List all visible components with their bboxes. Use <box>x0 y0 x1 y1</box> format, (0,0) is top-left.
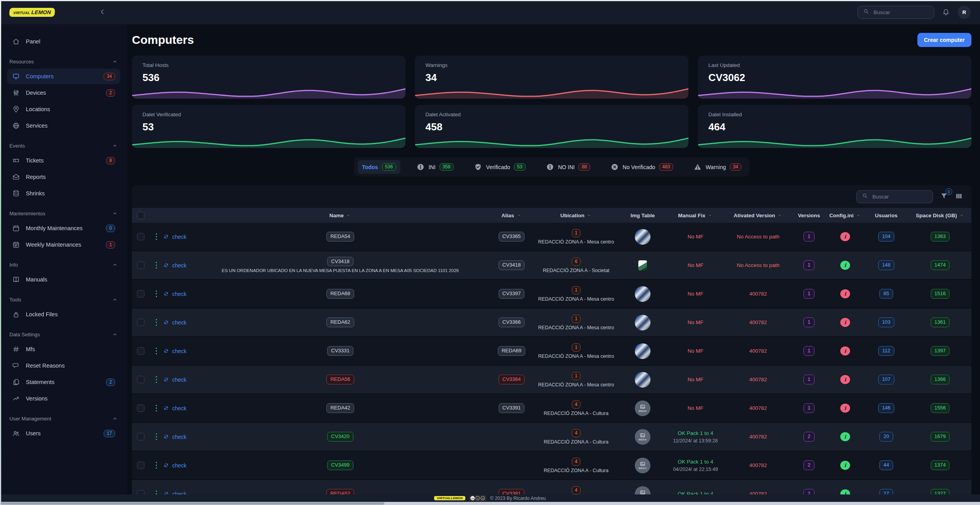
row-check-button[interactable]: check <box>163 348 191 354</box>
sidebar-item-shrinks[interactable]: Shrinks <box>7 186 120 201</box>
filter-ini[interactable]: INI358 <box>412 160 458 174</box>
row-checkbox[interactable] <box>137 462 144 469</box>
sidebar-item-manuals[interactable]: Manuals <box>7 272 120 287</box>
row-check-button[interactable]: check <box>163 462 191 469</box>
row-check-button[interactable]: check <box>163 405 191 411</box>
row-check-button[interactable]: check <box>163 262 191 269</box>
row-config-cell <box>827 232 864 241</box>
row-menu-button[interactable] <box>150 233 163 240</box>
row-ubication-badge: 4 <box>572 400 581 409</box>
config-ini-status-icon[interactable] <box>840 375 850 384</box>
config-ini-status-icon[interactable] <box>840 346 850 355</box>
row-menu-button[interactable] <box>150 433 163 440</box>
row-menu-button[interactable] <box>150 290 163 298</box>
row-usuarios-cell: 103 <box>864 317 909 327</box>
page-title: Computers <box>132 33 194 47</box>
sidebar-item-label: Users <box>26 430 98 436</box>
column-header-manual-fix[interactable]: Manual Fix <box>666 213 725 218</box>
sidebar-item-mfs[interactable]: Mfs <box>7 341 120 357</box>
row-name-cell: REDA42 <box>191 403 490 413</box>
row-check-button[interactable]: check <box>163 234 191 240</box>
row-checkbox[interactable] <box>137 319 144 326</box>
user-avatar[interactable]: R <box>958 6 971 19</box>
column-header-name[interactable]: Name <box>191 213 490 218</box>
row-menu-button[interactable] <box>150 376 163 383</box>
sidebar-item-reports[interactable]: Reports <box>7 169 120 185</box>
filter-verificado[interactable]: Verificado53 <box>470 160 530 174</box>
filter-warning[interactable]: Warning34 <box>689 160 746 174</box>
config-ini-status-icon[interactable] <box>840 461 850 470</box>
config-ini-status-icon[interactable] <box>840 232 850 241</box>
column-header-space-disk-gb[interactable]: Space Disk (GB) <box>909 213 971 218</box>
row-config-cell <box>827 404 864 413</box>
xcircle-icon <box>611 163 619 171</box>
row-usuarios-cell: 44 <box>864 460 909 470</box>
row-checkbox[interactable] <box>137 347 144 355</box>
row-check-button[interactable]: check <box>163 291 191 297</box>
config-ini-status-icon[interactable] <box>840 404 850 413</box>
row-menu-button[interactable] <box>150 262 163 269</box>
config-ini-status-icon[interactable] <box>840 261 850 270</box>
chevron-up-icon <box>112 332 118 337</box>
row-usuarios-badge: 20 <box>879 432 893 441</box>
column-header-ativated-version[interactable]: Ativated Version <box>725 213 791 218</box>
sidebar-collapse-button[interactable] <box>99 8 106 17</box>
sidebar-item-devices[interactable]: Devices2 <box>7 85 120 101</box>
sidebar-item-services[interactable]: Services <box>7 118 120 133</box>
sidebar-item-versions[interactable]: Versions <box>7 391 120 406</box>
global-search-input[interactable] <box>873 9 929 16</box>
columns-button[interactable] <box>955 192 963 201</box>
column-header-label: Alias <box>501 213 514 218</box>
row-ubication-badge: 1 <box>572 286 581 294</box>
sidebar-item-weekly-maintenances[interactable]: Weekly Maintenances1 <box>7 237 120 252</box>
column-header-versions: Versions <box>791 213 827 218</box>
sidebar-item-monthly-maintenances[interactable]: Monthly Maintenances0 <box>7 220 120 236</box>
config-ini-status-icon[interactable] <box>840 289 850 298</box>
table-search-input[interactable] <box>872 193 928 200</box>
monitor-icon <box>12 72 20 80</box>
row-menu-button[interactable] <box>150 405 163 412</box>
sidebar-item-computers[interactable]: Computers34 <box>7 69 120 84</box>
sidebar-item-statements[interactable]: Statements2 <box>7 374 120 390</box>
config-ini-status-icon[interactable] <box>840 432 850 441</box>
row-name-description: ES UN ORDENADOR UBICADO EN LA NUEVA MESA… <box>222 268 459 274</box>
row-checkbox[interactable] <box>137 233 144 240</box>
row-check-button[interactable]: check <box>163 434 191 440</box>
row-check-button[interactable]: check <box>163 377 191 383</box>
column-header-alias[interactable]: Alias <box>490 213 533 218</box>
notifications-button[interactable] <box>942 8 950 17</box>
table-row: checkCV3331REDA691REDACCIÓ ZONA A - Mesa… <box>132 337 971 366</box>
sidebar-item-panel[interactable]: Panel <box>7 34 120 49</box>
row-manual-fix-cell: No MF <box>666 234 725 240</box>
warning-icon <box>694 163 702 171</box>
table-row: checkCV34994REDACCIÓ ZONA A - CulturaMED… <box>132 451 971 480</box>
sidebar-item-reset-reasons[interactable]: Reset Reasons <box>7 358 120 373</box>
create-computer-button[interactable]: Crear computer <box>917 33 971 47</box>
filter-no-verificado[interactable]: No Verificado483 <box>606 160 677 174</box>
sidebar-item-tickets[interactable]: Tickets8 <box>7 153 120 168</box>
row-checkbox-cell <box>132 347 150 355</box>
row-check-button[interactable]: check <box>163 319 191 326</box>
sidebar-item-users[interactable]: Users17 <box>7 426 120 441</box>
sidebar-item-locked-files[interactable]: Locked Files <box>7 307 120 322</box>
column-header-config-ini[interactable]: Config.ini <box>827 213 864 218</box>
row-checkbox[interactable] <box>137 376 144 383</box>
filter-no-ini[interactable]: NO INI88 <box>542 160 594 174</box>
config-ini-status-icon[interactable] <box>840 318 850 327</box>
select-all-checkbox[interactable] <box>137 212 144 219</box>
horizontal-scrollbar[interactable] <box>0 502 980 505</box>
row-checkbox[interactable] <box>137 290 144 298</box>
sidebar-item-locations[interactable]: Locations <box>7 101 120 117</box>
row-menu-button[interactable] <box>150 348 163 355</box>
left-scrollbar[interactable] <box>0 1 1 502</box>
row-versions-badge: 1 <box>803 346 814 355</box>
column-header-ubication[interactable]: Ubication <box>533 213 619 218</box>
row-menu-button[interactable] <box>150 462 163 469</box>
filter-todos[interactable]: Todos536 <box>358 160 400 174</box>
filter-button[interactable]: 0 <box>940 192 948 201</box>
row-checkbox[interactable] <box>137 262 144 269</box>
row-menu-button[interactable] <box>150 319 163 326</box>
scrollbar-thumb[interactable] <box>1 502 384 505</box>
row-checkbox[interactable] <box>137 404 144 412</box>
row-checkbox[interactable] <box>137 433 144 440</box>
